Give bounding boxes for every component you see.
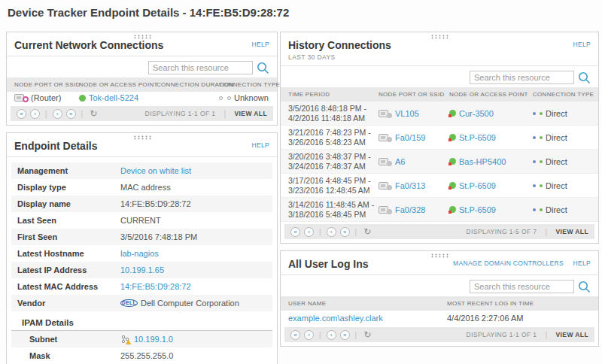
subnet-link[interactable]: 10.199.1.0 <box>134 335 173 344</box>
first-page-button[interactable]: « <box>290 330 300 340</box>
search-icon[interactable] <box>578 281 591 293</box>
ip-address-link[interactable]: 10.199.1.65 <box>120 265 164 275</box>
ipam-details-section: IPAM Details Subnet 10.199.1.0 Mask 255.… <box>7 315 277 364</box>
last-page-button[interactable]: » <box>340 330 350 340</box>
table-row: 3/5/2016 8:48:18 PM - 4/2/2016 11:48:18 … <box>281 102 598 126</box>
direct-connection-icon <box>533 208 536 211</box>
search-row <box>7 56 277 77</box>
drag-handle-icon[interactable] <box>133 135 151 140</box>
search-icon[interactable] <box>257 62 269 74</box>
user-name-link[interactable]: example.com\ashley.clark <box>288 314 383 323</box>
vendor-name: Dell Computer Corporation <box>141 299 239 308</box>
search-input[interactable] <box>470 71 574 84</box>
column-header[interactable]: NODE OR ACCESS POINT <box>449 87 533 102</box>
port-icon <box>379 110 388 117</box>
column-header[interactable]: CONNECTION TYPE <box>219 77 281 92</box>
ipam-heading: IPAM Details <box>11 315 272 331</box>
displaying-status: DISPLAYING 1-5 OF 7 <box>467 228 537 235</box>
drag-handle-icon[interactable] <box>430 253 448 258</box>
port-icon <box>379 134 388 141</box>
table-header: USER NAME MOST RECENT LOG IN TIME <box>281 296 598 311</box>
pagination-bar: « ‹ | › » | ↻ DISPLAYING 1-1 OF 1 | VIEW… <box>284 327 594 342</box>
column-header[interactable]: MOST RECENT LOG IN TIME <box>447 296 591 311</box>
port-label: (Router) <box>31 93 61 102</box>
port-link[interactable]: Fa0/159 <box>395 133 425 142</box>
right-column: History Connections LAST 30 DAYS HELP TI… <box>280 32 599 353</box>
connection-type-label: Direct <box>546 133 567 142</box>
refresh-icon[interactable]: ↻ <box>363 227 371 236</box>
port-link[interactable]: Fa0/313 <box>395 181 425 190</box>
table-row: (Router) Tok-dell-5224 Unknown <box>7 92 277 104</box>
property-row: Management Device on white list <box>11 162 272 179</box>
refresh-icon[interactable]: ↻ <box>90 109 97 118</box>
manage-domain-controllers-link[interactable]: MANAGE DOMAIN CONTROLLERS <box>453 259 564 267</box>
search-input[interactable] <box>470 280 574 293</box>
column-header[interactable]: CONNECTION TYPE <box>533 87 595 102</box>
node-status-warning-icon <box>449 182 456 189</box>
refresh-icon[interactable]: ↻ <box>363 330 371 339</box>
search-icon[interactable] <box>578 71 591 84</box>
port-link[interactable]: A6 <box>395 157 405 166</box>
direct-connection-icon <box>533 112 536 115</box>
column-header[interactable]: NODE PORT OR SSID <box>14 77 79 92</box>
view-all-link[interactable]: VIEW ALL <box>556 228 589 235</box>
property-row: Display name 14:FE:B5:D9:28:72 <box>11 196 272 212</box>
search-input[interactable] <box>148 61 253 74</box>
drag-handle-icon[interactable] <box>133 35 151 39</box>
node-status-warning-icon <box>449 206 456 213</box>
search-row <box>281 275 598 296</box>
management-link[interactable]: Device on white list <box>120 166 191 175</box>
property-row: Latest Hostname lab-nagios <box>11 245 272 262</box>
help-link[interactable]: HELP <box>252 41 269 48</box>
mac-address-link[interactable]: 14:FE:B5:D9:28:72 <box>120 282 191 291</box>
pagination-bar: « ‹ | › » | ↻ DISPLAYING 1-5 OF 7 | VIEW… <box>284 224 594 239</box>
port-link[interactable]: VL105 <box>395 109 419 118</box>
column-header[interactable]: CONNECTION DURATION <box>157 77 219 92</box>
node-link[interactable]: St.P-6509 <box>459 133 496 142</box>
view-all-link[interactable]: VIEW ALL <box>235 110 268 117</box>
previous-page-button[interactable]: ‹ <box>30 109 40 119</box>
next-page-button[interactable]: › <box>53 109 62 119</box>
last-page-button[interactable]: » <box>66 109 76 119</box>
next-page-button[interactable]: › <box>327 330 336 340</box>
panel-endpoint-details: Endpoint Details HELP Management Device … <box>6 132 278 364</box>
direct-connection-icon <box>533 184 536 187</box>
node-link[interactable]: St.P-6509 <box>459 181 496 190</box>
first-page-button[interactable]: « <box>17 109 26 119</box>
port-link[interactable]: Fa0/328 <box>395 205 425 214</box>
help-link[interactable]: HELP <box>252 141 269 149</box>
panel-current-network-connections: Current Network Connections HELP NODE PO… <box>6 32 278 126</box>
property-row: Mask 255.255.255.0 <box>11 347 272 364</box>
column-header[interactable]: TIME PERIOD <box>288 87 379 102</box>
property-row: Display type MAC address <box>11 179 272 196</box>
next-page-button[interactable]: › <box>327 227 336 237</box>
dell-logo-icon: DELL <box>120 299 138 308</box>
connection-duration <box>157 93 219 104</box>
first-page-button[interactable]: « <box>290 227 300 237</box>
node-link[interactable]: St.P-6509 <box>459 205 496 214</box>
pagination-bar: « ‹ | › » | ↻ DISPLAYING 1-1 OF 1 | VIEW… <box>11 106 273 121</box>
panel-subtitle: LAST 30 DAYS <box>288 53 591 61</box>
table-row: 3/17/2016 4:48:45 PM - 3/23/2016 12:48:4… <box>281 174 598 198</box>
column-header[interactable]: NODE PORT OR SSID <box>379 87 449 102</box>
column-header[interactable]: NODE OR ACCESS POINT <box>79 77 157 92</box>
unknown-connection-icon <box>219 96 223 100</box>
help-link[interactable]: HELP <box>573 41 591 48</box>
previous-page-button[interactable]: ‹ <box>304 227 314 237</box>
node-link[interactable]: Cur-3500 <box>459 109 494 118</box>
table-row: example.com\ashley.clark 4/4/2016 2:27:0… <box>281 311 598 325</box>
help-link[interactable]: HELP <box>573 259 591 267</box>
node-link[interactable]: Tok-dell-5224 <box>89 93 138 102</box>
previous-page-button[interactable]: ‹ <box>304 330 314 340</box>
drag-handle-icon[interactable] <box>430 35 448 39</box>
login-time: 4/4/2016 2:27:06 AM <box>447 311 591 325</box>
last-page-button[interactable]: » <box>340 227 350 237</box>
node-status-warning-icon <box>449 134 456 141</box>
view-all-link[interactable]: VIEW ALL <box>556 331 589 338</box>
displaying-status: DISPLAYING 1-1 OF 1 <box>467 331 537 338</box>
property-row: Subnet 10.199.1.0 <box>11 331 272 347</box>
column-header[interactable]: USER NAME <box>288 296 447 311</box>
hostname-link[interactable]: lab-nagios <box>120 249 159 258</box>
node-link[interactable]: Bas-HP5400 <box>459 157 506 166</box>
connection-type-label: Direct <box>546 205 567 214</box>
